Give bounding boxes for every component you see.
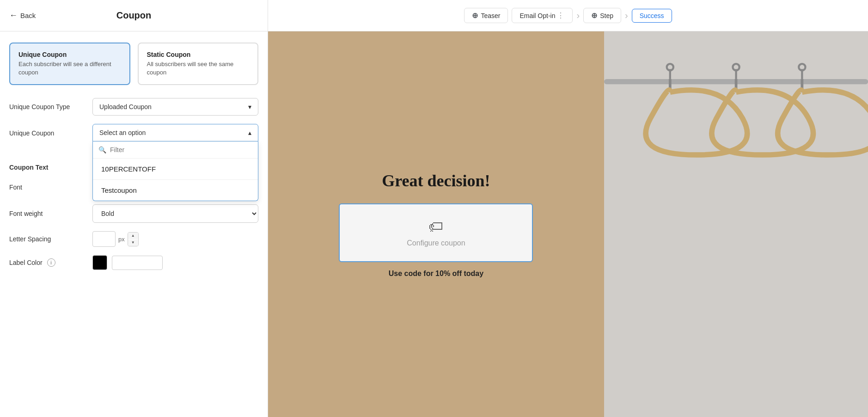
unique-coupon-desc: Each subscriber will see a different cou…	[18, 60, 121, 77]
page-title: Coupon	[116, 10, 152, 21]
letter-spacing-down[interactable]: ▼	[128, 239, 138, 246]
arrow-right-1: ›	[576, 10, 580, 21]
preview-right-section	[604, 31, 868, 417]
coupon-option-2[interactable]: Testcoupon	[93, 180, 258, 201]
letter-spacing-up[interactable]: ▲	[128, 233, 138, 239]
label-color-text: Label Color	[9, 259, 43, 266]
unique-coupon-label: Unique Coupon	[9, 124, 92, 137]
unique-coupon-row: Unique Coupon Select an option ▴ 🔍 10PER…	[9, 124, 258, 141]
left-panel: Unique Coupon Each subscriber will see a…	[0, 31, 268, 417]
coupon-type-label: Unique Coupon Type	[9, 103, 92, 110]
top-bar-right: ⊕ Teaser Email Opt-in ⋮ › ⊕ Step › Succe…	[268, 8, 868, 23]
tab-step[interactable]: ⊕ Step	[583, 8, 621, 23]
configure-coupon-text: Configure coupon	[407, 239, 465, 247]
back-arrow-icon: ←	[9, 11, 18, 20]
step-label: Step	[600, 12, 613, 19]
unique-coupon-dropdown-container: Select an option ▴ 🔍 10PERCENTOFF Testco…	[92, 124, 258, 141]
static-coupon-card[interactable]: Static Coupon All subscribers will see t…	[138, 43, 259, 85]
back-button[interactable]: ← Back	[9, 11, 36, 20]
color-swatch[interactable]	[92, 255, 107, 270]
font-weight-row: Font weight Bold Normal Light	[9, 204, 258, 223]
coupon-type-row-form: Unique Coupon Type Uploaded Coupon ▾	[9, 98, 258, 116]
top-bar: ← Back Coupon ⊕ Teaser Email Opt-in ⋮ › …	[0, 0, 868, 31]
plus-icon-step: ⊕	[591, 11, 597, 20]
static-coupon-title: Static Coupon	[147, 51, 250, 58]
unique-coupon-select[interactable]: Select an option ▴	[92, 124, 258, 141]
preview-left-section: Great decision! 🏷 Configure coupon Use c…	[268, 31, 604, 417]
hangers-svg	[604, 31, 868, 417]
letter-spacing-control: 0 px ▲ ▼	[92, 231, 258, 247]
info-icon[interactable]: i	[47, 258, 55, 267]
arrow-right-2: ›	[625, 10, 628, 21]
unique-coupon-title: Unique Coupon	[18, 51, 121, 58]
coupon-dropdown-menu: 🔍 10PERCENTOFF Testcoupon	[92, 141, 258, 201]
preview-card: Great decision! 🏷 Configure coupon Use c…	[268, 31, 868, 417]
font-label: Font	[9, 184, 92, 191]
success-label: Success	[640, 12, 664, 19]
label-color-row: Label Color i #000000	[9, 255, 258, 270]
main-content: Unique Coupon Each subscriber will see a…	[0, 31, 868, 417]
dropdown-filter-input[interactable]	[110, 146, 252, 153]
font-weight-control: Bold Normal Light	[92, 204, 258, 223]
static-coupon-desc: All subscribers will see the same coupon	[147, 60, 250, 77]
tag-icon: 🏷	[428, 218, 443, 235]
letter-spacing-label: Letter Spacing	[9, 235, 92, 243]
preview-headline: Great decision!	[382, 171, 490, 190]
email-optin-label: Email Opt-in	[520, 12, 555, 19]
letter-spacing-unit: px	[118, 236, 125, 243]
letter-spacing-row: Letter Spacing 0 px ▲ ▼	[9, 231, 258, 247]
tab-teaser[interactable]: ⊕ Teaser	[464, 8, 508, 23]
letter-spacing-stepper: ▲ ▼	[128, 232, 139, 246]
dots-icon[interactable]: ⋮	[557, 11, 565, 20]
letter-spacing-input[interactable]: 0	[92, 231, 116, 247]
coupon-type-select-container: Uploaded Coupon ▾	[92, 98, 258, 116]
coupon-placeholder-box[interactable]: 🏷 Configure coupon	[339, 203, 533, 262]
coupon-placeholder: Select an option	[99, 129, 146, 136]
right-panel: Great decision! 🏷 Configure coupon Use c…	[268, 31, 868, 417]
chevron-down-icon: ▾	[248, 103, 251, 110]
label-color-control: #000000	[92, 255, 258, 270]
coupon-type-value: Uploaded Coupon	[99, 103, 152, 110]
search-icon: 🔍	[98, 146, 106, 153]
plus-icon-teaser: ⊕	[472, 11, 478, 20]
label-color-label-group: Label Color i	[9, 258, 92, 267]
coupon-type-select[interactable]: Uploaded Coupon ▾	[92, 98, 258, 116]
use-code-text: Use code for 10% off today	[389, 270, 483, 278]
back-label: Back	[20, 12, 36, 19]
unique-coupon-card[interactable]: Unique Coupon Each subscriber will see a…	[9, 43, 130, 85]
tab-success[interactable]: Success	[632, 9, 672, 23]
teaser-label: Teaser	[481, 12, 500, 19]
chevron-up-icon: ▴	[248, 129, 251, 136]
tab-email-optin[interactable]: Email Opt-in ⋮	[512, 8, 573, 23]
coupon-type-row: Unique Coupon Each subscriber will see a…	[9, 43, 258, 85]
coupon-option-1[interactable]: 10PERCENTOFF	[93, 159, 258, 180]
color-hex-input[interactable]: #000000	[112, 256, 163, 270]
top-bar-left: ← Back Coupon	[0, 0, 268, 31]
font-weight-label: Font weight	[9, 210, 92, 217]
dropdown-search-container: 🔍	[93, 141, 258, 159]
font-weight-select[interactable]: Bold Normal Light	[92, 204, 258, 223]
